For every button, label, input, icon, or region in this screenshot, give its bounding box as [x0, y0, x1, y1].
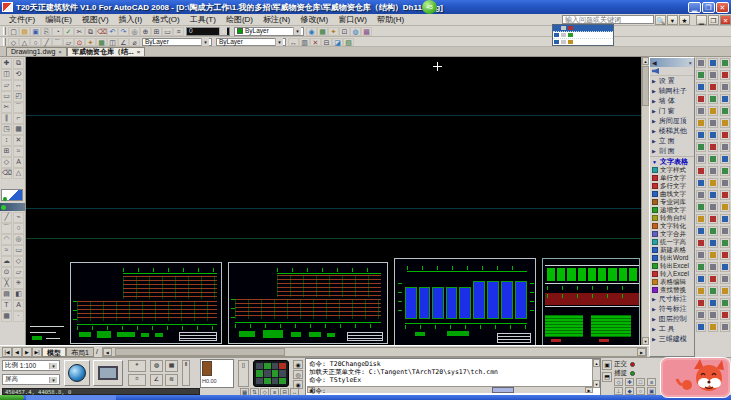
modify-tool-button[interactable]: △ [13, 168, 24, 179]
xy-filter-button[interactable]: ⌖ [128, 360, 146, 372]
panel-close-icon[interactable]: × [688, 60, 692, 66]
layout1-tab[interactable]: 布局1 [66, 347, 94, 357]
tool-icon[interactable] [720, 238, 730, 248]
modify-tool-button[interactable]: ✚ [1, 58, 12, 69]
search-icon[interactable]: 🔍 [655, 15, 666, 25]
tool-icon[interactable] [720, 286, 730, 296]
search-dropdown-icon[interactable]: ▾ [667, 15, 678, 25]
doc-tab-drawing1[interactable]: Drawing1.dwg× [6, 47, 67, 56]
toolbar-grip[interactable] [3, 38, 6, 46]
osnap-status[interactable]: 捕捉 [614, 369, 635, 378]
toolbar-button[interactable]: ⊞ [151, 27, 162, 36]
modify-tool-button[interactable]: ⌒ [13, 102, 24, 113]
tool-icon[interactable] [708, 58, 718, 68]
mdi-close-button[interactable]: ✕ [720, 15, 731, 25]
draw-tool-button[interactable]: ⊙ [1, 267, 12, 278]
scale-combo[interactable]: 比例 1:100▾ [2, 360, 60, 371]
tool-icon[interactable] [696, 94, 706, 104]
tool-icon[interactable] [696, 250, 706, 260]
tool-icon[interactable] [696, 322, 706, 332]
toolbar-button[interactable]: ↔ [288, 38, 299, 46]
toolbar-button[interactable]: ⊟ [321, 38, 332, 46]
menu-item[interactable]: 编辑(E) [40, 14, 77, 25]
draw-tool-button[interactable]: ◧ [13, 289, 24, 300]
tool-icon[interactable] [708, 310, 718, 320]
tool-icon[interactable] [696, 214, 706, 224]
tool-icon[interactable] [708, 286, 718, 296]
modify-tool-button[interactable]: ◳ [1, 124, 12, 135]
scroll-up-icon[interactable]: ▲ [642, 57, 649, 65]
screen-menu-group[interactable]: ▶房间屋顶 [650, 116, 694, 126]
tool-icon[interactable] [696, 202, 706, 212]
tool-icon[interactable] [708, 250, 718, 260]
menu-item[interactable]: 视图(V) [77, 14, 114, 25]
tool-icon[interactable] [696, 130, 706, 140]
tool-icon[interactable] [696, 70, 706, 80]
tool-icon[interactable] [720, 250, 730, 260]
tool-icon[interactable] [696, 106, 706, 116]
tool-icon[interactable] [720, 274, 730, 284]
tool-icon[interactable] [708, 178, 718, 188]
tool-icon[interactable] [720, 310, 730, 320]
draw-tool-button[interactable]: ▤ [1, 289, 12, 300]
toolbar-button[interactable]: ⎘ [41, 27, 52, 36]
toolbar-button[interactable]: ▥ [299, 38, 310, 46]
taskbar-item[interactable] [26, 395, 116, 400]
scroll-down-icon[interactable]: ▼ [593, 380, 600, 388]
tool-icon[interactable] [696, 286, 706, 296]
toolbar-button[interactable]: ▢ [8, 27, 19, 36]
modify-tool-button[interactable]: ≈ [13, 146, 24, 157]
status-circle-blue[interactable]: ◉ [293, 360, 303, 369]
tool-icon[interactable] [720, 190, 730, 200]
tab-close-icon[interactable]: × [58, 48, 62, 56]
star-icon[interactable]: ★ [679, 15, 690, 25]
tool-icon[interactable] [708, 106, 718, 116]
toolbar-button[interactable]: ⊙ [74, 38, 85, 46]
toolbar-button[interactable]: ◔ [52, 27, 63, 36]
modify-tool-button[interactable]: ▭ [1, 91, 12, 102]
draw-tool-button[interactable]: ▱ [13, 267, 24, 278]
tool-icon[interactable] [708, 142, 718, 152]
tool-icon[interactable] [708, 82, 718, 92]
floating-ball[interactable]: 45 [422, 0, 437, 14]
toolbar-button[interactable]: ✦ [85, 38, 96, 46]
tool-icon[interactable] [720, 142, 730, 152]
menu-item[interactable]: 窗口(W) [333, 14, 372, 25]
modify-tool-button[interactable]: ⊞ [1, 146, 12, 157]
screen-menu-group[interactable]: ▶立 面 [650, 136, 694, 146]
tool-icon[interactable] [696, 238, 706, 248]
panel-button[interactable]: ▣ [602, 360, 612, 370]
tool-icon[interactable] [708, 70, 718, 80]
tool-icon[interactable] [708, 238, 718, 248]
tool-icon[interactable] [696, 166, 706, 176]
screen-menu-group[interactable]: ▶尺寸标注 [650, 294, 694, 304]
layer-combo[interactable]: 0▾ [186, 27, 230, 36]
modify-tool-button[interactable]: ↕ [1, 135, 12, 146]
doc-tab-current[interactable]: 军威物资仓库（结...× [67, 47, 145, 56]
tool-icon[interactable] [720, 226, 730, 236]
modify-tool-button[interactable]: ⟲ [13, 69, 24, 80]
panel-button-2[interactable]: ⬒ [602, 372, 612, 382]
toolbar-button[interactable]: ▧ [343, 38, 354, 46]
tool-icon[interactable] [720, 322, 730, 332]
screen-menu-group[interactable]: ▶图层控制 [650, 314, 694, 324]
toolbar-button[interactable]: ◉ [306, 27, 317, 36]
drawing-canvas[interactable] [26, 57, 641, 345]
toolbar-button[interactable]: ▦ [317, 27, 328, 36]
toolbar-button[interactable]: ≡ [173, 27, 184, 36]
otrack-mini-button[interactable]: ≋ [165, 374, 178, 386]
menu-item[interactable]: 格式(O) [147, 14, 185, 25]
modify-tool-button[interactable]: ▱ [1, 80, 12, 91]
draw-tool-button[interactable]: ◠ [1, 234, 12, 245]
toolbar-button[interactable]: ○ [30, 38, 41, 46]
tool-icon[interactable] [696, 118, 706, 128]
scroll-thumb[interactable] [115, 348, 285, 356]
snap-grid-button[interactable]: ▣ [647, 387, 656, 395]
tool-icon[interactable] [720, 262, 730, 272]
tab-close-icon[interactable]: × [137, 48, 141, 56]
snap-grid-button[interactable]: ≡ [647, 378, 656, 386]
tool-icon[interactable] [708, 322, 718, 332]
toolbar-button[interactable]: △ [19, 38, 30, 46]
toolbar-button[interactable]: ✂ [74, 27, 85, 36]
command-input[interactable]: 命令: [307, 386, 593, 394]
